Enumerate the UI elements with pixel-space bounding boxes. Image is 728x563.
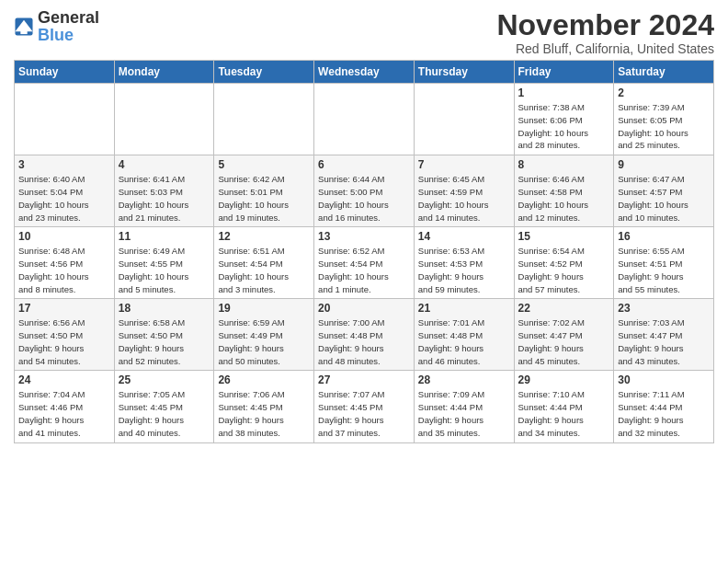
calendar-cell: 12Sunrise: 6:51 AMSunset: 4:54 PMDayligh… (214, 227, 314, 299)
calendar-cell (114, 84, 214, 155)
calendar-cell (214, 84, 314, 155)
calendar-cell: 15Sunrise: 6:54 AMSunset: 4:52 PMDayligh… (514, 227, 614, 299)
day-number: 25 (119, 373, 210, 386)
day-info: Sunrise: 7:09 AMSunset: 4:44 PMDaylight:… (418, 388, 510, 439)
calendar-week: 24Sunrise: 7:04 AMSunset: 4:46 PMDayligh… (15, 371, 714, 442)
day-info: Sunrise: 7:06 AMSunset: 4:45 PMDaylight:… (218, 388, 310, 439)
weekday-header: Thursday (414, 61, 514, 84)
day-info: Sunrise: 7:02 AMSunset: 4:47 PMDaylight:… (518, 316, 610, 367)
day-info: Sunrise: 7:03 AMSunset: 4:47 PMDaylight:… (618, 316, 710, 367)
calendar-cell: 24Sunrise: 7:04 AMSunset: 4:46 PMDayligh… (15, 371, 115, 442)
day-info: Sunrise: 6:52 AMSunset: 4:54 PMDaylight:… (318, 245, 410, 295)
day-number: 22 (518, 302, 610, 315)
weekday-header: Sunday (15, 61, 115, 84)
calendar-cell: 2Sunrise: 7:39 AMSunset: 6:05 PMDaylight… (614, 84, 714, 155)
logo-icon (14, 17, 34, 37)
calendar-cell: 21Sunrise: 7:01 AMSunset: 4:48 PMDayligh… (414, 299, 514, 371)
title-section: November 2024 Red Bluff, California, Uni… (496, 9, 714, 56)
day-info: Sunrise: 6:44 AMSunset: 5:00 PMDaylight:… (318, 173, 410, 224)
calendar-week: 10Sunrise: 6:48 AMSunset: 4:56 PMDayligh… (15, 227, 714, 299)
day-number: 26 (218, 373, 310, 386)
day-number: 28 (418, 373, 510, 386)
calendar-cell: 26Sunrise: 7:06 AMSunset: 4:45 PMDayligh… (214, 371, 314, 442)
day-info: Sunrise: 6:55 AMSunset: 4:51 PMDaylight:… (618, 245, 710, 295)
calendar-cell: 13Sunrise: 6:52 AMSunset: 4:54 PMDayligh… (314, 227, 415, 299)
location: Red Bluff, California, United States (496, 41, 714, 56)
calendar-cell: 11Sunrise: 6:49 AMSunset: 4:55 PMDayligh… (114, 227, 214, 299)
calendar-cell: 3Sunrise: 6:40 AMSunset: 5:04 PMDaylight… (15, 155, 115, 227)
day-info: Sunrise: 6:59 AMSunset: 4:49 PMDaylight:… (218, 316, 310, 367)
calendar-cell: 6Sunrise: 6:44 AMSunset: 5:00 PMDaylight… (314, 155, 415, 227)
calendar-cell: 1Sunrise: 7:38 AMSunset: 6:06 PMDaylight… (514, 84, 614, 155)
day-number: 6 (318, 158, 410, 171)
calendar-week: 3Sunrise: 6:40 AMSunset: 5:04 PMDaylight… (15, 155, 714, 227)
logo: General Blue (14, 9, 99, 44)
calendar-cell (15, 84, 115, 155)
calendar-cell: 5Sunrise: 6:42 AMSunset: 5:01 PMDaylight… (214, 155, 314, 227)
day-info: Sunrise: 6:41 AMSunset: 5:03 PMDaylight:… (119, 173, 210, 224)
logo-text: General Blue (38, 9, 99, 44)
day-number: 12 (218, 230, 310, 243)
day-info: Sunrise: 6:49 AMSunset: 4:55 PMDaylight:… (119, 245, 210, 295)
weekday-header: Friday (514, 61, 614, 84)
calendar-cell: 28Sunrise: 7:09 AMSunset: 4:44 PMDayligh… (414, 371, 514, 442)
page-container: General Blue November 2024 Red Bluff, Ca… (0, 0, 728, 448)
calendar-cell: 29Sunrise: 7:10 AMSunset: 4:44 PMDayligh… (514, 371, 614, 442)
day-number: 8 (518, 158, 610, 171)
calendar-cell: 10Sunrise: 6:48 AMSunset: 4:56 PMDayligh… (15, 227, 115, 299)
day-info: Sunrise: 6:46 AMSunset: 4:58 PMDaylight:… (518, 173, 610, 224)
calendar-cell: 30Sunrise: 7:11 AMSunset: 4:44 PMDayligh… (614, 371, 714, 442)
calendar-cell: 9Sunrise: 6:47 AMSunset: 4:57 PMDaylight… (614, 155, 714, 227)
day-number: 9 (618, 158, 710, 171)
weekday-header: Tuesday (214, 61, 314, 84)
calendar-cell: 17Sunrise: 6:56 AMSunset: 4:50 PMDayligh… (15, 299, 115, 371)
calendar-cell: 7Sunrise: 6:45 AMSunset: 4:59 PMDaylight… (414, 155, 514, 227)
day-number: 21 (418, 302, 510, 315)
day-info: Sunrise: 6:47 AMSunset: 4:57 PMDaylight:… (618, 173, 710, 224)
day-info: Sunrise: 7:38 AMSunset: 6:06 PMDaylight:… (518, 101, 610, 152)
weekday-header: Saturday (614, 61, 714, 84)
weekday-header: Wednesday (314, 61, 415, 84)
day-number: 10 (18, 230, 110, 243)
calendar-cell: 19Sunrise: 6:59 AMSunset: 4:49 PMDayligh… (214, 299, 314, 371)
day-number: 4 (119, 158, 210, 171)
day-number: 7 (418, 158, 510, 171)
day-info: Sunrise: 7:11 AMSunset: 4:44 PMDaylight:… (618, 388, 710, 439)
calendar-cell: 14Sunrise: 6:53 AMSunset: 4:53 PMDayligh… (414, 227, 514, 299)
day-number: 18 (119, 302, 210, 315)
month-title: November 2024 (496, 9, 714, 41)
calendar-week: 1Sunrise: 7:38 AMSunset: 6:06 PMDaylight… (15, 84, 714, 155)
svg-rect-2 (20, 29, 27, 34)
calendar-cell: 20Sunrise: 7:00 AMSunset: 4:48 PMDayligh… (314, 299, 415, 371)
day-number: 15 (518, 230, 610, 243)
day-info: Sunrise: 6:42 AMSunset: 5:01 PMDaylight:… (218, 173, 310, 224)
day-info: Sunrise: 6:45 AMSunset: 4:59 PMDaylight:… (418, 173, 510, 224)
calendar-table: SundayMondayTuesdayWednesdayThursdayFrid… (14, 60, 714, 442)
logo-general: General (38, 8, 99, 27)
day-info: Sunrise: 7:00 AMSunset: 4:48 PMDaylight:… (318, 316, 410, 367)
day-info: Sunrise: 6:51 AMSunset: 4:54 PMDaylight:… (218, 245, 310, 295)
header-row: SundayMondayTuesdayWednesdayThursdayFrid… (15, 61, 714, 84)
day-info: Sunrise: 7:04 AMSunset: 4:46 PMDaylight:… (18, 388, 110, 439)
day-number: 14 (418, 230, 510, 243)
day-info: Sunrise: 7:07 AMSunset: 4:45 PMDaylight:… (318, 388, 410, 439)
day-number: 24 (18, 373, 110, 386)
calendar-cell (314, 84, 415, 155)
calendar-cell: 8Sunrise: 6:46 AMSunset: 4:58 PMDaylight… (514, 155, 614, 227)
day-number: 3 (18, 158, 110, 171)
day-number: 17 (18, 302, 110, 315)
day-info: Sunrise: 6:48 AMSunset: 4:56 PMDaylight:… (18, 245, 110, 295)
day-info: Sunrise: 7:10 AMSunset: 4:44 PMDaylight:… (518, 388, 610, 439)
day-number: 19 (218, 302, 310, 315)
logo-blue: Blue (38, 26, 74, 44)
calendar-cell (414, 84, 514, 155)
day-number: 5 (218, 158, 310, 171)
day-number: 1 (518, 86, 610, 99)
calendar-cell: 25Sunrise: 7:05 AMSunset: 4:45 PMDayligh… (114, 371, 214, 442)
day-info: Sunrise: 7:05 AMSunset: 4:45 PMDaylight:… (119, 388, 210, 439)
day-info: Sunrise: 6:40 AMSunset: 5:04 PMDaylight:… (18, 173, 110, 224)
day-info: Sunrise: 6:58 AMSunset: 4:50 PMDaylight:… (119, 316, 210, 367)
day-number: 29 (518, 373, 610, 386)
day-number: 20 (318, 302, 410, 315)
calendar-cell: 22Sunrise: 7:02 AMSunset: 4:47 PMDayligh… (514, 299, 614, 371)
